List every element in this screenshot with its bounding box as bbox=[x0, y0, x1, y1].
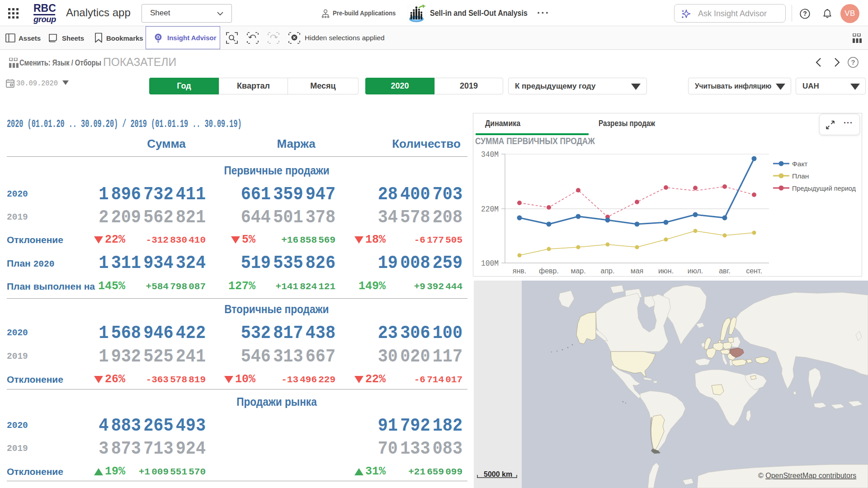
svg-text:июн.: июн. bbox=[658, 267, 674, 275]
svg-text:100M: 100M bbox=[481, 258, 499, 268]
svg-text:?: ? bbox=[851, 59, 855, 66]
svg-text:Динамика: Динамика bbox=[485, 119, 521, 128]
svg-text:февр.: февр. bbox=[539, 267, 559, 275]
svg-text:мар.: мар. bbox=[571, 267, 585, 275]
svg-text:янв.: янв. bbox=[513, 267, 526, 275]
svg-text:План: План bbox=[792, 172, 809, 180]
svg-text:Разрезы продаж: Разрезы продаж bbox=[599, 119, 655, 128]
svg-text:июл.: июл. bbox=[688, 267, 703, 275]
svg-text:340M: 340M bbox=[481, 150, 499, 160]
svg-text:Факт: Факт bbox=[792, 160, 807, 168]
svg-text:5000 km: 5000 km bbox=[484, 470, 512, 478]
svg-text:© OpenStreetMap contributors: © OpenStreetMap contributors bbox=[758, 472, 856, 479]
svg-text:авг.: авг. bbox=[719, 267, 731, 275]
svg-text:СУММА ПЕРВИЧНЫХ ПРОДАЖ: СУММА ПЕРВИЧНЫХ ПРОДАЖ bbox=[475, 136, 595, 146]
svg-text:?: ? bbox=[803, 10, 807, 17]
svg-text:Предыдущий период: Предыдущий период bbox=[792, 184, 856, 192]
svg-text:мая: мая bbox=[631, 267, 644, 275]
svg-text:сент.: сент. bbox=[746, 267, 762, 275]
svg-text:220M: 220M bbox=[481, 204, 499, 214]
svg-text:апр.: апр. bbox=[601, 267, 615, 275]
